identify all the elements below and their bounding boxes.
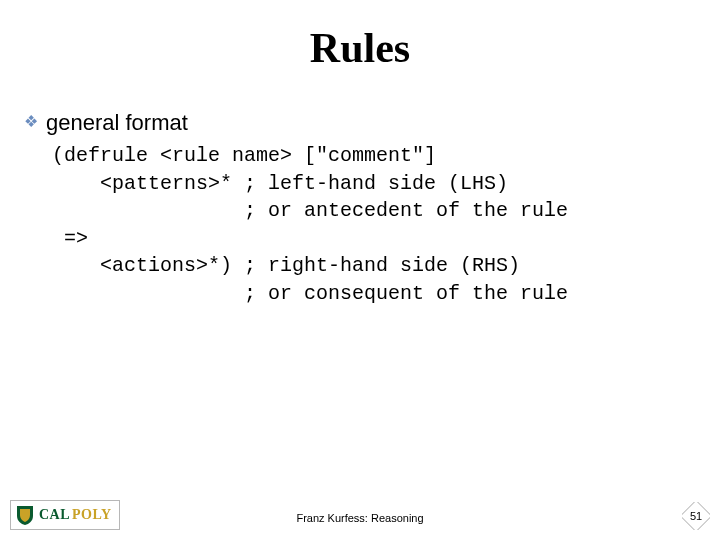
code-line: (defrule <rule name> ["comment"] [52,144,436,167]
slide: Rules ❖ general format (defrule <rule na… [0,0,720,540]
bullet-text: general format [46,110,188,136]
code-line: <actions>*) ; right-hand side (RHS) [52,254,520,277]
code-line: ; or consequent of the rule [52,282,568,305]
slide-body: ❖ general format (defrule <rule name> ["… [24,110,696,308]
logo-text: CAL POLY [39,507,112,523]
logo-poly: POLY [72,507,112,523]
bullet-item: ❖ general format [24,110,696,136]
page-number: 51 [682,502,710,530]
page-number-badge: 51 [682,502,710,530]
slide-title: Rules [0,24,720,72]
code-line: <patterns>* ; left-hand side (LHS) [52,172,508,195]
shield-icon [15,504,35,526]
calpoly-logo: CAL POLY [10,500,120,530]
code-line: => [52,227,88,250]
code-line: ; or antecedent of the rule [52,199,568,222]
code-block: (defrule <rule name> ["comment"] <patter… [52,142,696,308]
diamond-bullet-icon: ❖ [24,114,38,130]
logo-cal: CAL [39,507,70,523]
